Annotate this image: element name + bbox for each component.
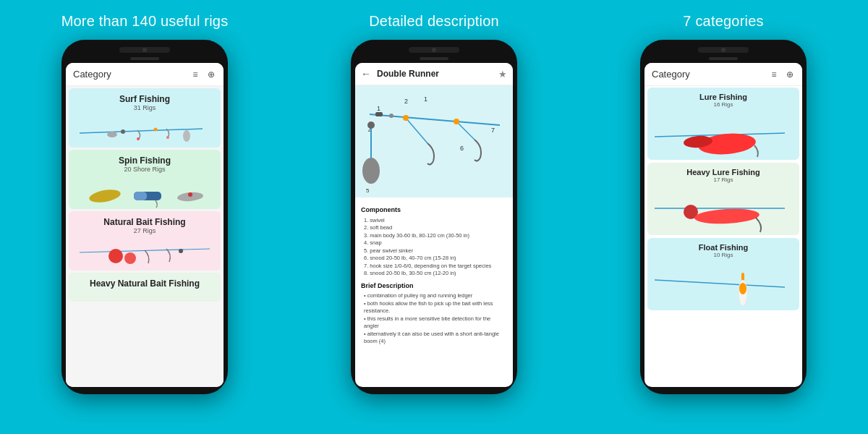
natural-bait-sub: 27 Rigs — [134, 227, 156, 234]
phone-notch-2 — [409, 47, 459, 53]
svg-point-43 — [739, 283, 746, 294]
category-card-heavy[interactable]: Heavy Natural Bait Fishing — [69, 273, 221, 302]
brief-4: • alternatively it can also be used with… — [364, 331, 507, 346]
category-card-spin[interactable]: Spin Fishing 20 Shore Rigs — [69, 150, 221, 209]
brief-2: • both hooks allow the fish to pick up t… — [364, 300, 507, 315]
surf-fishing-sub: 31 Rigs — [134, 104, 156, 111]
surf-fishing-title: Surf Fishing — [119, 94, 170, 104]
spin-fishing-title: Spin Fishing — [119, 156, 171, 166]
float-svg — [647, 265, 799, 310]
natural-bait-title: Natural Bait Fishing — [103, 217, 185, 227]
svg-point-39 — [694, 208, 760, 226]
svg-point-11 — [188, 192, 192, 197]
svg-point-15 — [179, 249, 183, 253]
svg-point-25 — [367, 122, 375, 129]
lure-fishing-title: Lure Fishing — [699, 93, 747, 101]
svg-point-2 — [137, 137, 140, 140]
svg-point-14 — [124, 252, 136, 264]
svg-point-3 — [121, 129, 125, 134]
category-header-title-3: Category — [652, 69, 690, 80]
spin-fishing-sub: 20 Shore Rigs — [124, 166, 165, 173]
globe-icon[interactable]: ⊕ — [206, 69, 216, 80]
float-fishing-image — [647, 265, 799, 310]
component-7: 7. hook size 1/0-6/0, depending on the t… — [364, 263, 507, 271]
category-card-heavy-lure[interactable]: Heavy Lure Fishing 17 Rigs — [647, 163, 799, 235]
svg-text:1: 1 — [377, 105, 380, 112]
component-2: 2. soft bead — [364, 224, 507, 232]
svg-point-6 — [183, 130, 190, 142]
component-5: 5. pear swivel sinker — [364, 247, 507, 255]
detail-rig-image: 1 2 1 4 6 7 5 — [355, 85, 513, 197]
heavy-lure-svg — [647, 190, 799, 235]
category-card-surf[interactable]: Surf Fishing 31 Rigs — [69, 88, 221, 148]
front-camera-2 — [432, 48, 436, 52]
screen-header: Category ≡ ⊕ — [66, 63, 224, 86]
menu-icon-3[interactable]: ≡ — [769, 69, 779, 80]
svg-rect-9 — [134, 192, 147, 200]
svg-line-40 — [655, 280, 785, 287]
category-card-float[interactable]: Float Fishing 10 Rigs — [647, 238, 799, 310]
svg-point-31 — [403, 115, 409, 121]
back-button[interactable]: ← — [361, 68, 371, 80]
globe-icon-3[interactable]: ⊕ — [785, 69, 795, 80]
float-fishing-sub: 10 Rigs — [713, 252, 733, 258]
phone-rigs: Category ≡ ⊕ Surf Fishing 31 Rigs — [61, 40, 228, 394]
phone-detail: ← Double Runner ★ 1 2 1 4 6 7 — [351, 40, 517, 394]
svg-rect-24 — [375, 112, 383, 116]
svg-point-13 — [109, 249, 123, 263]
lure-fishing-image — [647, 115, 799, 160]
svg-text:6: 6 — [460, 145, 464, 152]
section-title-categories: 7 categories — [683, 13, 763, 30]
phone-screen-detail: ← Double Runner ★ 1 2 1 4 6 7 — [355, 63, 513, 387]
svg-point-1 — [107, 132, 117, 137]
svg-text:2: 2 — [404, 98, 408, 105]
phone-screen-categories: Category ≡ ⊕ Lure Fishing 16 Rigs — [644, 63, 802, 387]
surf-fishing-image — [69, 109, 221, 148]
star-button[interactable]: ★ — [498, 69, 507, 80]
svg-point-7 — [88, 187, 122, 204]
header-icons-3: ≡ ⊕ — [769, 69, 795, 80]
spin-fishing-image — [69, 170, 221, 209]
component-4: 4. snap — [364, 239, 507, 247]
phone-speaker-2 — [420, 57, 448, 60]
category-card-lure[interactable]: Lure Fishing 16 Rigs — [647, 88, 799, 160]
header-icons: ≡ ⊕ — [190, 69, 216, 80]
components-heading: Components — [361, 205, 507, 215]
heavy-lure-sub: 17 Rigs — [713, 176, 733, 183]
component-8: 8. snood 20-50 lb, 30-50 cm (12-20 in) — [364, 270, 507, 278]
heavy-lure-title: Heavy Lure Fishing — [686, 168, 760, 176]
screen-header-3: Category ≡ ⊕ — [644, 63, 802, 86]
category-header-title: Category — [73, 69, 111, 80]
phone-notch — [119, 47, 170, 53]
phone-screen-rigs: Category ≡ ⊕ Surf Fishing 31 Rigs — [66, 63, 224, 387]
component-6: 6. snood 20-50 lb, 40-70 cm (15-28 in) — [364, 255, 507, 263]
category-card-bait[interactable]: Natural Bait Fishing 27 Rigs — [69, 211, 221, 271]
natural-bait-image — [69, 231, 221, 271]
section-title-detail: Detailed description — [369, 13, 499, 30]
section-categories: 7 categories Category ≡ ⊕ Lure Fishing 1… — [579, 0, 868, 434]
menu-icon[interactable]: ≡ — [190, 69, 200, 80]
lure-svg — [647, 115, 799, 160]
svg-point-5 — [154, 128, 158, 132]
svg-text:5: 5 — [366, 187, 370, 194]
component-1: 1. swivel — [364, 217, 507, 225]
svg-rect-16 — [355, 85, 513, 197]
brief-heading: Brief Description — [361, 281, 507, 291]
section-rigs: More than 140 useful rigs Category ≡ ⊕ S… — [0, 0, 289, 434]
detail-body: Components 1. swivel 2. soft bead 3. mai… — [355, 197, 513, 387]
component-3: 3. main body 30-60 lb, 80-120 cm (30-50 … — [364, 232, 507, 240]
bait-rig-svg — [72, 234, 217, 271]
svg-text:7: 7 — [491, 127, 495, 134]
surf-rig-svg — [72, 113, 217, 148]
svg-point-4 — [166, 136, 169, 139]
phone-speaker — [130, 57, 159, 60]
detail-header: ← Double Runner ★ — [355, 63, 513, 85]
front-camera-3 — [721, 48, 726, 52]
svg-text:1: 1 — [424, 95, 427, 103]
spin-rig-svg — [72, 173, 217, 209]
svg-point-32 — [454, 119, 459, 124]
heavy-lure-image — [647, 190, 799, 235]
brief-3: • this results in a more sensitive bite … — [364, 315, 507, 331]
brief-1: • combination of pulley rig and running … — [364, 292, 507, 300]
phone-notch-3 — [698, 47, 749, 53]
